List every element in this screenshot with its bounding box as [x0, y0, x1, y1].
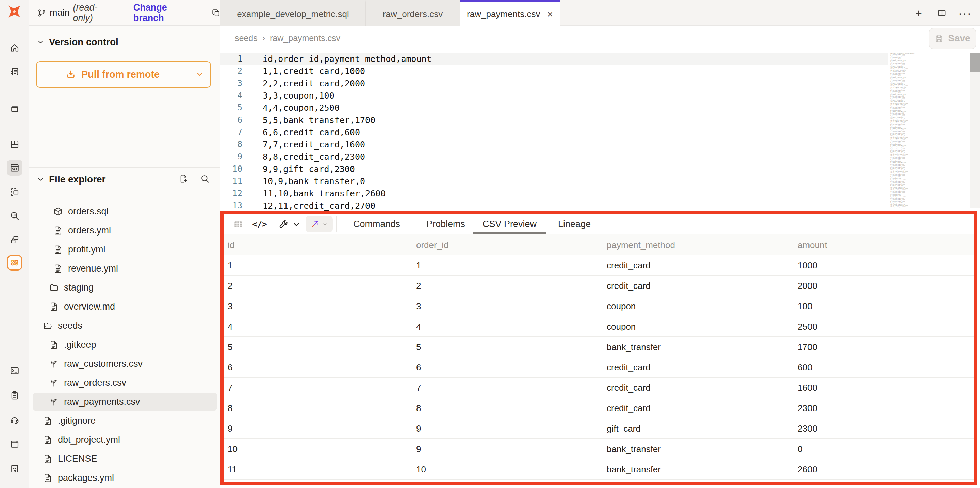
file-item-revenue-yml[interactable]: revenue.yml [29, 259, 221, 278]
copy-branch-icon[interactable] [212, 8, 221, 17]
results-table-icon[interactable] [230, 216, 247, 233]
file-item-staging[interactable]: staging [29, 278, 221, 297]
file-item-label: .gitkeep [64, 339, 96, 350]
code-line-9[interactable]: 98,8,credit_card,2300 [221, 151, 888, 163]
table-row[interactable]: 55bank_transfer1700 [224, 337, 974, 357]
notebook-icon[interactable] [7, 64, 22, 79]
table-row[interactable]: 77credit_card1600 [224, 377, 974, 398]
line-number: 2 [221, 66, 242, 76]
panel-tab-commands[interactable]: Commands [353, 214, 400, 234]
code-line-11[interactable]: 1110,9,bank_transfer,0 [221, 175, 888, 187]
code-line-5[interactable]: 54,4,coupon,2500 [221, 101, 888, 114]
dbt-logo-icon[interactable] [5, 3, 23, 21]
ai-assist-wand-button[interactable] [305, 216, 333, 233]
code-line-10[interactable]: 109,9,gift_card,2300 [221, 163, 888, 175]
code-line-2[interactable]: 21,1,credit_card,1000 [221, 65, 888, 77]
pull-from-remote-main[interactable]: Pull from remote [37, 62, 189, 87]
table-row[interactable]: 88credit_card2300 [224, 398, 974, 418]
panel-tab-problems[interactable]: Problems [426, 214, 465, 234]
split-editor-icon[interactable] [934, 5, 950, 21]
file-item-raw-customers-csv[interactable]: raw_customers.csv [29, 354, 221, 373]
code-line-3[interactable]: 32,2,credit_card,2000 [221, 77, 888, 89]
file-item-packages-yml[interactable]: packages.yml [29, 468, 221, 487]
breadcrumb-folder[interactable]: seeds [235, 33, 258, 43]
pull-from-remote-button[interactable]: Pull from remote [36, 61, 211, 88]
table-row[interactable]: 99gift_card2300 [224, 418, 974, 439]
active-tab-underline [473, 232, 546, 234]
clipboard-icon[interactable] [7, 387, 22, 403]
windows-icon[interactable] [7, 232, 22, 247]
code-line-4[interactable]: 43,3,coupon,100 [221, 89, 888, 101]
breadcrumb-file[interactable]: raw_payments.csv [270, 33, 340, 43]
table-row[interactable]: 109bank_transfer0 [224, 439, 974, 459]
editor-tab-raw-orders-csv[interactable]: raw_orders.csv [366, 0, 460, 26]
home-icon[interactable] [7, 40, 22, 56]
table-row[interactable]: 44coupon2500 [224, 316, 974, 337]
file-explorer-header[interactable]: File explorer [37, 174, 106, 185]
new-file-icon[interactable] [179, 174, 189, 185]
code-line-7[interactable]: 76,6,credit_card,600 [221, 126, 888, 138]
editor-scrollbar[interactable] [970, 53, 980, 208]
panel-tab-lineage[interactable]: Lineage [558, 214, 591, 234]
terminal-icon[interactable] [7, 363, 22, 379]
file-item-orders-yml[interactable]: orders.yml [29, 221, 221, 240]
file-item-orders-sql[interactable]: orders.sql [29, 202, 221, 221]
editor-tab-raw-payments-csv[interactable]: raw_payments.csv× [460, 0, 560, 26]
atom-icon[interactable] [7, 255, 22, 271]
building-icon[interactable] [7, 461, 22, 477]
table-row[interactable]: 1110bank_transfer2600 [224, 459, 974, 480]
code-line-13[interactable]: 1312,11,credit_card,2700 [221, 200, 888, 212]
editor-tab-example-develop-metric-sql[interactable]: example_develop_metric.sql [221, 0, 366, 26]
table-row[interactable]: 33coupon100 [224, 296, 974, 316]
new-tab-icon[interactable]: + [911, 5, 926, 21]
file-item-raw-orders-csv[interactable]: raw_orders.csv [29, 373, 221, 392]
more-options-icon[interactable]: ··· [958, 5, 972, 21]
chevron-down-icon[interactable] [291, 216, 302, 233]
change-branch-link[interactable]: Change branch [134, 2, 199, 24]
editor-tab-bar: example_develop_metric.sqlraw_orders.csv… [221, 0, 980, 26]
code-line-12[interactable]: 1211,10,bank_transfer,2600 [221, 187, 888, 200]
code-editor[interactable]: seeds › raw_payments.csv Save 1id,order_… [221, 26, 980, 211]
table-cell: 2300 [798, 403, 817, 414]
save-button[interactable]: Save [929, 28, 976, 49]
code-line-1[interactable]: 1id,order_id,payment_method,amount [221, 53, 888, 65]
close-tab-icon[interactable]: × [547, 9, 553, 19]
code-lines[interactable]: 1id,order_id,payment_method,amount21,1,c… [221, 53, 888, 212]
rail-divider [0, 86, 29, 86]
version-control-header[interactable]: Version control [37, 37, 118, 48]
archive-icon[interactable] [7, 101, 22, 116]
file-item-raw-payments-csv[interactable]: raw_payments.csv [29, 392, 221, 411]
table-row[interactable]: 22credit_card2000 [224, 276, 974, 296]
file-item-license[interactable]: LICENSE [29, 449, 221, 468]
headset-icon[interactable] [7, 412, 22, 428]
frame-select-icon[interactable] [7, 184, 22, 200]
browser-icon[interactable] [7, 436, 22, 452]
scrollbar-handle[interactable] [970, 53, 980, 72]
code-editor-icon[interactable] [7, 160, 22, 176]
search-files-icon[interactable] [200, 174, 210, 185]
file-item-label: .gitignore [58, 416, 95, 426]
file-item-label: dbt_project.yml [58, 435, 120, 445]
file-item--gitignore[interactable]: .gitignore [29, 411, 221, 430]
line-number: 4 [221, 91, 242, 100]
table-row[interactable]: 11credit_card1000 [224, 255, 974, 276]
dashboard-icon[interactable] [7, 136, 22, 152]
code-line-8[interactable]: 87,7,credit_card,1600 [221, 138, 888, 151]
table-row[interactable]: 66credit_card600 [224, 357, 974, 377]
minimap[interactable]: id,order_id,payment_method,amount 1,1,cr… [890, 53, 919, 208]
file-item--gitkeep[interactable]: .gitkeep [29, 335, 221, 354]
panel-tab-csv-preview[interactable]: CSV Preview [482, 214, 537, 234]
file-item-seeds[interactable]: seeds [29, 316, 221, 335]
magic-wand-icon [310, 220, 320, 229]
code-line-6[interactable]: 65,5,bank_transfer,1700 [221, 114, 888, 126]
file-item-overview-md[interactable]: overview.md [29, 297, 221, 316]
table-cell: 2000 [798, 281, 817, 291]
file-item-profit-yml[interactable]: profit.yml [29, 240, 221, 259]
table-cell: credit_card [607, 383, 651, 393]
build-wrench-icon[interactable] [275, 216, 292, 233]
section-divider [29, 167, 220, 168]
file-item-dbt-project-yml[interactable]: dbt_project.yml [29, 430, 221, 449]
search-insights-icon[interactable] [7, 208, 22, 223]
pull-options-caret[interactable] [189, 62, 210, 87]
compiled-code-icon[interactable]: </> [251, 216, 268, 233]
